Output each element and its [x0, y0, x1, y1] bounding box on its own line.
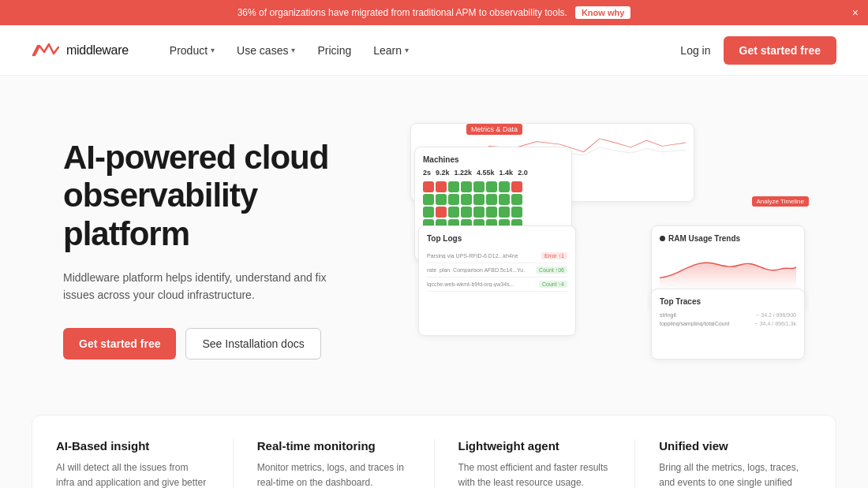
logo-text: middleware: [66, 43, 129, 58]
feature-ai: AI-Based insight AI will detect all the …: [32, 439, 234, 488]
hero-section: AI-powered cloud observability platform …: [0, 76, 868, 391]
feature-unified: Unified view Bring all the metrics, logs…: [635, 439, 836, 488]
nav-pricing[interactable]: Pricing: [308, 38, 361, 63]
metrics-tag: Metrics & Data: [466, 124, 522, 135]
hero-cta-primary[interactable]: Get started free: [63, 328, 176, 359]
nav-learn[interactable]: Learn ▾: [364, 38, 418, 63]
know-why-button[interactable]: Know why: [575, 6, 630, 19]
logs-panel: Top Logs Parsing via UPS-RFID-6 D12...kh…: [418, 225, 576, 336]
ram-chart: [660, 249, 796, 289]
trace-item: strIngit ~ 34.2 / 896/900: [660, 311, 796, 319]
trace-item: toppling/sampling/totalCount ~ 34.4 / 89…: [660, 319, 796, 328]
hero-content: AI-powered cloud observability platform …: [63, 123, 363, 359]
login-button[interactable]: Log in: [668, 38, 723, 63]
chevron-down-icon: ▾: [405, 46, 409, 54]
nav-use-cases[interactable]: Use cases ▾: [227, 38, 305, 63]
timeline-tag: Analyze Timeline: [752, 196, 809, 207]
nav-product[interactable]: Product ▾: [160, 38, 224, 63]
chevron-down-icon: ▾: [211, 46, 215, 54]
hero-cta-secondary[interactable]: See Installation docs: [185, 328, 320, 359]
logo-icon: [32, 41, 60, 60]
nav-cta-button[interactable]: Get started free: [724, 36, 836, 65]
machines-title: Machines: [423, 155, 563, 164]
feature-unified-title: Unified view: [659, 439, 812, 453]
feature-lightweight-title: Lightweight agent: [458, 439, 612, 453]
feature-ai-desc: AI will detect all the issues from infra…: [56, 460, 209, 488]
feature-realtime-title: Real-time monitoring: [257, 439, 410, 453]
features-section: AI-Based insight AI will detect all the …: [32, 415, 836, 488]
feature-realtime-desc: Monitor metrics, logs, and traces in rea…: [257, 460, 410, 488]
hero-subtitle: Middleware platform helps identify, unde…: [63, 269, 331, 304]
ram-title: RAM Usage Trends: [660, 234, 796, 243]
close-announcement-button[interactable]: ×: [852, 7, 859, 18]
traces-panel: Top Traces strIngit ~ 34.2 / 896/900 top…: [651, 289, 805, 359]
traces-title: Top Traces: [660, 297, 796, 306]
metrics-row: 2s 9.2k 1.22k 4.55k 1.4k 2.0: [423, 169, 563, 177]
hero-title: AI-powered cloud observability platform: [63, 139, 363, 253]
logo[interactable]: middleware: [32, 41, 129, 60]
hero-buttons: Get started free See Installation docs: [63, 328, 363, 359]
chevron-down-icon: ▾: [291, 46, 295, 54]
ram-dot: [660, 236, 665, 241]
feature-ai-title: AI-Based insight: [56, 439, 209, 453]
log-item: Parsing via UPS-RFID-6 D12...kh4ne Error…: [427, 249, 567, 263]
announcement-bar: 36% of organizations have migrated from …: [0, 0, 868, 25]
log-item: lgcche-web-wkmt-b9fd-org-yw34s... Count …: [427, 278, 567, 292]
feature-realtime: Real-time monitoring Monitor metrics, lo…: [234, 439, 435, 488]
log-item: rate_plan_Comparison AFBD.5c14...Yu. Cou…: [427, 263, 567, 278]
feature-unified-desc: Bring all the metrics, logs, traces, and…: [659, 460, 812, 488]
navbar: middleware Product ▾ Use cases ▾ Pricing…: [0, 25, 868, 76]
dashboard-container: Metrics & Data Analyze Timeline Machines…: [410, 123, 805, 359]
nav-links: Product ▾ Use cases ▾ Pricing Learn ▾: [160, 38, 668, 63]
announcement-text: 36% of organizations have migrated from …: [238, 7, 567, 18]
dashboard-mockup: Metrics & Data Analyze Timeline Machines…: [410, 123, 805, 359]
logs-title: Top Logs: [427, 234, 567, 243]
feature-lightweight-desc: The most efficient and faster results wi…: [458, 460, 612, 488]
feature-lightweight: Lightweight agent The most efficient and…: [435, 439, 636, 488]
